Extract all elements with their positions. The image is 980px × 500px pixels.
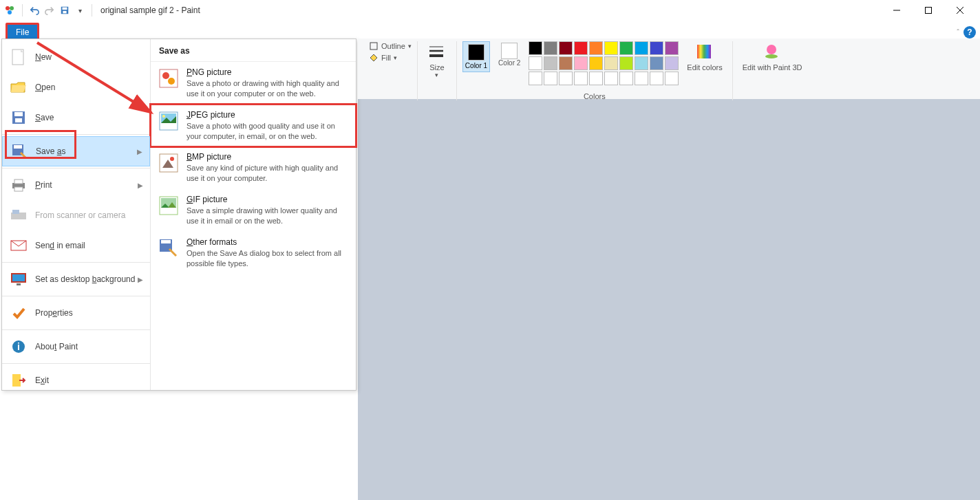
canvas-area[interactable] <box>358 99 980 500</box>
redo-icon[interactable] <box>42 3 57 18</box>
palette-swatch[interactable] <box>650 41 663 55</box>
color2-button[interactable]: Color 2 <box>494 41 524 68</box>
outline-dropdown[interactable]: Outline▾ <box>369 41 412 51</box>
colors-group-label: Colors <box>457 92 732 100</box>
svg-rect-49 <box>161 240 171 243</box>
png-icon <box>158 67 180 89</box>
close-button[interactable] <box>944 0 976 21</box>
monitor-icon <box>9 270 28 289</box>
other-formats-icon <box>158 237 180 259</box>
menu-item-exit[interactable]: Exit <box>2 365 150 395</box>
palette-swatch[interactable] <box>635 41 648 55</box>
svg-rect-27 <box>12 210 19 214</box>
palette-swatch[interactable] <box>619 41 633 55</box>
svg-point-36 <box>162 72 169 79</box>
palette-swatch[interactable] <box>544 56 557 70</box>
new-file-icon <box>9 47 28 67</box>
menu-item-save-as[interactable]: Save as ▶ <box>2 136 150 166</box>
palette-swatch-empty[interactable] <box>529 72 542 85</box>
palette-swatch-empty[interactable] <box>544 72 557 85</box>
palette-swatch-empty[interactable] <box>559 72 573 85</box>
svg-rect-10 <box>370 43 377 50</box>
palette-swatch-empty[interactable] <box>574 72 588 85</box>
fill-dropdown[interactable]: Fill▾ <box>369 53 412 63</box>
menu-item-send-email[interactable]: Send in email <box>2 230 150 261</box>
edit-paint3d-button[interactable]: Edit with Paint 3D <box>738 41 807 73</box>
save-icon[interactable] <box>57 3 72 18</box>
svg-rect-22 <box>14 145 22 149</box>
size-dropdown[interactable]: Size ▾ <box>423 41 451 80</box>
submenu-arrow-icon: ▶ <box>138 276 143 283</box>
maximize-button[interactable] <box>913 0 944 21</box>
edit-colors-button[interactable]: Edit colors <box>683 41 726 73</box>
palette-swatch[interactable] <box>604 56 618 70</box>
envelope-icon <box>9 236 28 255</box>
saveas-other[interactable]: Other formats Open the Save As dialog bo… <box>151 232 356 274</box>
svg-point-41 <box>162 115 165 118</box>
palette-swatch[interactable] <box>544 41 557 55</box>
palette-swatch[interactable] <box>589 56 603 70</box>
svg-rect-19 <box>14 112 23 116</box>
menu-item-print[interactable]: Print ▶ <box>2 170 150 200</box>
save-as-header: Save as <box>151 39 356 62</box>
palette-swatch[interactable] <box>574 56 588 70</box>
window-controls <box>881 0 976 21</box>
shapes-options-group: Outline▾ Fill▾ <box>363 41 418 100</box>
printer-icon <box>9 175 28 195</box>
palette-swatch[interactable] <box>665 41 679 55</box>
palette-swatch-empty[interactable] <box>665 72 679 85</box>
titlebar: ▾ original sample gif 2 - Paint <box>0 0 980 21</box>
submenu-arrow-icon: ▶ <box>137 148 142 155</box>
menu-item-desktop-bg[interactable]: Set as desktop background ▶ <box>2 264 150 294</box>
saveas-jpeg[interactable]: JPEG picture Save a photo with good qual… <box>151 105 356 147</box>
palette-swatch[interactable] <box>635 56 648 70</box>
menu-item-label: N <box>35 52 41 62</box>
palette-swatch[interactable] <box>665 56 679 70</box>
svg-point-0 <box>6 6 10 10</box>
open-folder-icon <box>9 78 28 97</box>
saveas-png[interactable]: PNG picture Save a photo or drawing with… <box>151 62 356 105</box>
palette-swatch-empty[interactable] <box>635 72 648 85</box>
save-floppy-icon <box>9 108 28 127</box>
menu-item-save[interactable]: Save <box>2 102 150 133</box>
file-menu-left-column: New Open Save Save as ▶ Print ▶ From sca… <box>2 39 151 390</box>
menu-item-open[interactable]: Open <box>2 72 150 102</box>
undo-icon[interactable] <box>27 3 42 18</box>
menu-item-new[interactable]: New <box>2 42 150 72</box>
svg-rect-31 <box>17 283 21 285</box>
gif-icon <box>158 195 180 217</box>
palette-swatch[interactable] <box>559 56 573 70</box>
palette-swatch-empty[interactable] <box>589 72 603 85</box>
window-title: original sample gif 2 - Paint <box>100 6 200 15</box>
palette-swatch[interactable] <box>650 56 663 70</box>
palette-swatch[interactable] <box>619 56 633 70</box>
color-palette <box>529 41 679 85</box>
saveas-gif[interactable]: GIF picture Save a simple drawing with l… <box>151 189 356 232</box>
palette-swatch[interactable] <box>559 41 573 55</box>
ribbon: Outline▾ Fill▾ Size ▾ Color 1 Color 2 <box>358 39 980 99</box>
palette-swatch[interactable] <box>529 41 542 55</box>
collapse-ribbon-icon[interactable]: ˆ <box>957 28 959 36</box>
palette-swatch-empty[interactable] <box>604 72 618 85</box>
help-icon[interactable]: ? <box>963 26 976 39</box>
svg-rect-7 <box>926 8 932 14</box>
saveas-bmp[interactable]: BMP picture Save any kind of picture wit… <box>151 146 356 189</box>
menu-item-from-scanner: From scanner or camera <box>2 200 150 230</box>
palette-swatch[interactable] <box>589 41 603 55</box>
paint-app-icon <box>4 5 15 16</box>
menu-item-about[interactable]: i About Paint <box>2 331 150 362</box>
palette-swatch-empty[interactable] <box>619 72 633 85</box>
palette-swatch-empty[interactable] <box>650 72 663 85</box>
customize-qat-icon[interactable]: ▾ <box>72 3 87 18</box>
color1-button[interactable]: Color 1 <box>462 41 490 72</box>
palette-swatch[interactable] <box>574 41 588 55</box>
svg-rect-30 <box>12 274 25 281</box>
palette-swatch[interactable] <box>529 56 542 70</box>
minimize-button[interactable] <box>881 0 913 21</box>
svg-rect-35 <box>160 69 178 87</box>
svg-text:i: i <box>17 341 20 352</box>
menu-item-properties[interactable]: Properties <box>2 298 150 328</box>
exit-icon <box>9 371 28 390</box>
check-icon <box>9 303 28 323</box>
palette-swatch[interactable] <box>604 41 618 55</box>
